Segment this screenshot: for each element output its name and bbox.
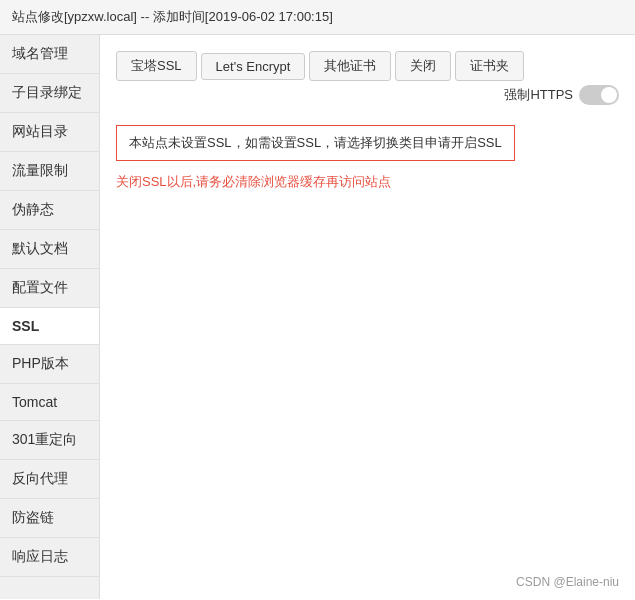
sidebar-item-ssl[interactable]: SSL xyxy=(0,308,99,345)
sidebar-item-proxy[interactable]: 反向代理 xyxy=(0,460,99,499)
tab-baota-ssl[interactable]: 宝塔SSL xyxy=(116,51,197,81)
sidebar-item-domain[interactable]: 域名管理 xyxy=(0,35,99,74)
no-ssl-info: 本站点未设置SSL，如需设置SSL，请选择切换类目申请开启SSL xyxy=(116,125,515,161)
sidebar-item-sitelist[interactable]: 网站目录 xyxy=(0,113,99,152)
tab-other-cert[interactable]: 其他证书 xyxy=(309,51,391,81)
sidebar-item-redirect[interactable]: 301重定向 xyxy=(0,421,99,460)
tab-cert-folder[interactable]: 证书夹 xyxy=(455,51,524,81)
sidebar-item-hotlink[interactable]: 防盗链 xyxy=(0,499,99,538)
title-bar: 站点修改[ypzxw.local] -- 添加时间[2019-06-02 17:… xyxy=(0,0,635,35)
sidebar-item-pseudo[interactable]: 伪静态 xyxy=(0,191,99,230)
sidebar-item-default[interactable]: 默认文档 xyxy=(0,230,99,269)
sidebar: 域名管理子目录绑定网站目录流量限制伪静态默认文档配置文件SSLPHP版本Tomc… xyxy=(0,35,100,599)
content-wrapper: 宝塔SSLLet's Encrypt其他证书关闭证书夹 强制HTTPS 本站点未… xyxy=(100,35,635,599)
content-area: 宝塔SSLLet's Encrypt其他证书关闭证书夹 强制HTTPS 本站点未… xyxy=(100,35,635,207)
ssl-warning-text: 关闭SSL以后,请务必清除浏览器缓存再访问站点 xyxy=(116,173,619,191)
tab-close[interactable]: 关闭 xyxy=(395,51,451,81)
sidebar-item-tomcat[interactable]: Tomcat xyxy=(0,384,99,421)
force-https-row: 强制HTTPS xyxy=(504,85,619,105)
force-https-toggle[interactable] xyxy=(579,85,619,105)
watermark: CSDN @Elaine-niu xyxy=(516,575,619,589)
tabs-row: 宝塔SSLLet's Encrypt其他证书关闭证书夹 强制HTTPS xyxy=(116,51,619,105)
sidebar-item-log[interactable]: 响应日志 xyxy=(0,538,99,577)
title-text: 站点修改[ypzxw.local] -- 添加时间[2019-06-02 17:… xyxy=(12,9,333,24)
sidebar-item-php[interactable]: PHP版本 xyxy=(0,345,99,384)
tab-letsencrypt[interactable]: Let's Encrypt xyxy=(201,53,306,80)
sidebar-item-subdir[interactable]: 子目录绑定 xyxy=(0,74,99,113)
main-layout: 域名管理子目录绑定网站目录流量限制伪静态默认文档配置文件SSLPHP版本Tomc… xyxy=(0,35,635,599)
sidebar-item-flow[interactable]: 流量限制 xyxy=(0,152,99,191)
force-https-label: 强制HTTPS xyxy=(504,86,573,104)
sidebar-item-config[interactable]: 配置文件 xyxy=(0,269,99,308)
